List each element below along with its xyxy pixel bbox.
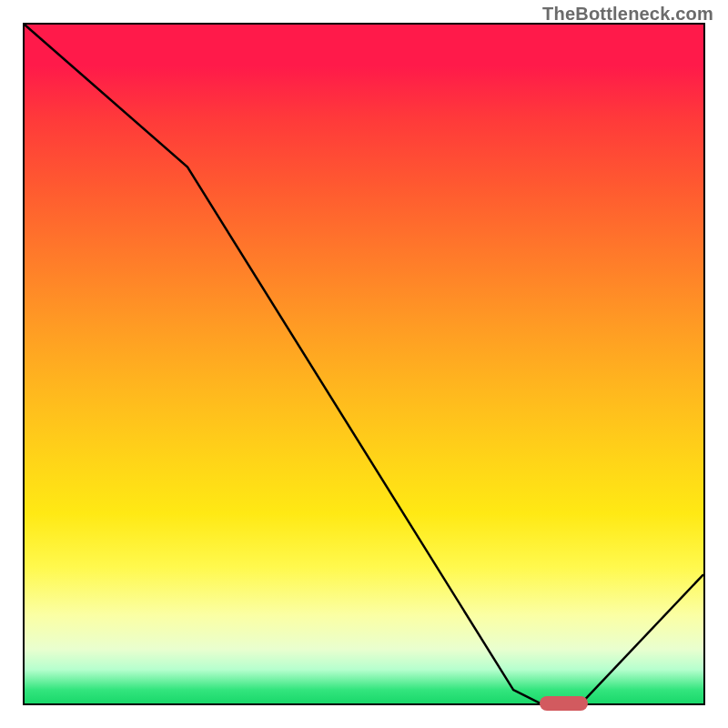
attribution-text: TheBottleneck.com [542,4,713,25]
chart-curve [25,25,703,703]
chart-plot-area [23,23,705,705]
optimal-range-marker [540,696,588,711]
chart-svg [25,25,703,703]
